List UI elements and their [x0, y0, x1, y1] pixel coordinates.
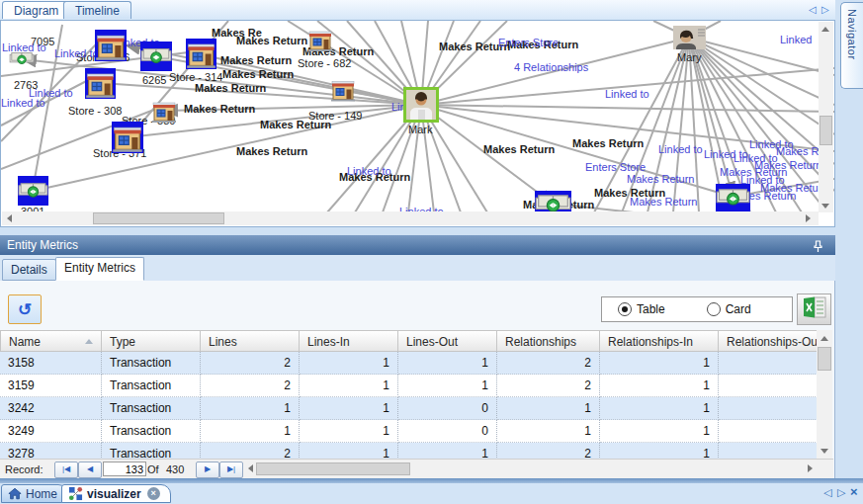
- column-header-lines-out[interactable]: Lines-Out: [398, 330, 497, 352]
- column-header-lines[interactable]: Lines: [201, 330, 300, 352]
- column-header-relationships-in[interactable]: Relationships-In: [600, 330, 719, 352]
- store-node[interactable]: [186, 39, 216, 69]
- table-cell: 1: [600, 352, 719, 375]
- entity-metrics-header: Entity Metrics: [0, 235, 835, 255]
- money-node[interactable]: [140, 42, 172, 71]
- table-cell: 1: [300, 352, 398, 375]
- scroll-up-icon[interactable]: [819, 22, 832, 36]
- scroll-right-icon[interactable]: [801, 211, 815, 225]
- scroll-left-icon[interactable]: [2, 211, 16, 225]
- scroll-down-icon[interactable]: [819, 199, 832, 212]
- column-header-name[interactable]: Name: [0, 330, 102, 352]
- first-record-button[interactable]: |◀: [54, 462, 78, 478]
- table-cell: 3249: [0, 420, 102, 443]
- mark-person-node[interactable]: [403, 87, 439, 123]
- card-radio[interactable]: [707, 302, 721, 316]
- table-row[interactable]: 3159Transaction21121: [0, 375, 817, 397]
- refresh-button[interactable]: ↺: [8, 294, 42, 324]
- table-cell: 3278: [0, 443, 102, 459]
- hscroll-thumb[interactable]: [256, 462, 410, 475]
- link-label: Mary: [677, 51, 701, 63]
- scroll-up-icon[interactable]: [818, 331, 831, 345]
- money-node[interactable]: [18, 176, 48, 206]
- last-record-button[interactable]: ▶|: [219, 462, 243, 478]
- tab-scroll-left-icon[interactable]: ◁: [823, 486, 831, 499]
- column-header-type[interactable]: Type: [102, 330, 201, 352]
- table-row[interactable]: 3158Transaction21121: [0, 352, 817, 375]
- tab-details[interactable]: Details: [2, 259, 56, 281]
- column-header-lines-in[interactable]: Lines-In: [300, 330, 398, 352]
- tab-scroll-right-icon[interactable]: ▷: [821, 4, 829, 16]
- table-cell: [719, 397, 817, 420]
- store-node[interactable]: [95, 30, 127, 61]
- of-label: Of: [147, 463, 159, 475]
- link-label: Makes Return: [630, 196, 697, 208]
- table-cell: 3159: [0, 375, 102, 397]
- table-row[interactable]: 3249Transaction11011: [0, 420, 817, 443]
- record-number-input[interactable]: [103, 462, 146, 476]
- link-label: Makes Return: [195, 82, 266, 94]
- table-row[interactable]: 3242Transaction11011: [0, 397, 817, 420]
- diagram-canvas[interactable]: Makes ReMakes ReturnMakes ReturnMakes Re…: [0, 20, 835, 227]
- table-cell: Transaction: [102, 443, 201, 459]
- tab-scroll-left-icon[interactable]: ◁: [809, 4, 817, 16]
- table-cell: 2: [497, 443, 600, 459]
- table-cell: 0: [398, 397, 497, 420]
- table-cell: [719, 443, 817, 459]
- table-row[interactable]: 3278Transaction21121: [0, 443, 817, 459]
- tab-timeline[interactable]: Timeline: [63, 1, 131, 19]
- table-cell: 1: [398, 352, 497, 375]
- tab-entity-metrics[interactable]: Entity Metrics: [55, 257, 144, 281]
- visualizer-icon: [68, 486, 83, 501]
- diagram-hscrollbar[interactable]: [2, 211, 819, 225]
- mary-person-node[interactable]: [673, 26, 706, 49]
- table-radio[interactable]: [618, 302, 632, 316]
- scroll-left-icon[interactable]: [243, 462, 257, 475]
- table-cell: 1: [300, 443, 398, 459]
- tab-diagram[interactable]: Diagram: [2, 1, 70, 19]
- column-header-relationships[interactable]: Relationships: [497, 330, 600, 352]
- tab-scroll-right-icon[interactable]: ▷: [837, 486, 845, 499]
- table-radio-label: Table: [637, 302, 665, 316]
- tab-home[interactable]: Home: [1, 484, 68, 503]
- table-vscrollbar[interactable]: [817, 330, 832, 459]
- link-label: 4 Relationships: [514, 61, 588, 73]
- table-cell: 1: [201, 397, 300, 420]
- link-label: Store - 314: [169, 71, 222, 83]
- export-excel-button[interactable]: [797, 294, 831, 325]
- scroll-right-icon[interactable]: [803, 462, 817, 475]
- table-cell: [719, 352, 817, 375]
- link-label: Store - 149: [308, 110, 362, 122]
- table-hscrollbar[interactable]: [243, 462, 817, 476]
- store-node[interactable]: [307, 26, 333, 53]
- money-node[interactable]: [716, 184, 750, 211]
- link-label: Linked to: [1, 97, 45, 109]
- hscroll-thumb[interactable]: [93, 212, 224, 224]
- scroll-down-icon[interactable]: [818, 444, 831, 458]
- store-node[interactable]: [330, 75, 356, 104]
- link-label: Makes Return: [627, 173, 694, 185]
- diagram-vscrollbar[interactable]: [819, 22, 833, 212]
- close-tab-icon[interactable]: ×: [147, 487, 160, 500]
- table-cell: [719, 375, 817, 397]
- close-window-icon[interactable]: ×: [850, 484, 858, 499]
- store-node[interactable]: [151, 98, 177, 124]
- vscroll-thumb[interactable]: [820, 116, 832, 145]
- diagram-tabbar: Diagram Timeline ◁ ▷: [0, 0, 835, 20]
- link-label: Store - 308: [68, 105, 122, 117]
- navigator-label: Navigator: [846, 9, 858, 60]
- table-cell: 1: [497, 420, 600, 443]
- previous-record-button[interactable]: ◀: [78, 462, 102, 478]
- vscroll-thumb[interactable]: [818, 347, 831, 371]
- store-node[interactable]: [112, 122, 143, 153]
- next-record-button[interactable]: ▶: [196, 462, 219, 478]
- column-header-relationships-out[interactable]: Relationships-Out: [719, 330, 817, 352]
- store-node[interactable]: [85, 68, 116, 99]
- sort-ascending-icon: [85, 339, 93, 344]
- panel-title: Entity Metrics: [7, 238, 78, 252]
- navigator-tab[interactable]: Navigator: [840, 2, 863, 89]
- link-label: Makes Return: [184, 103, 255, 115]
- record-label: Record:: [5, 463, 43, 475]
- money-node[interactable]: [9, 50, 35, 67]
- tab-visualizer[interactable]: visualizer ×: [61, 484, 171, 503]
